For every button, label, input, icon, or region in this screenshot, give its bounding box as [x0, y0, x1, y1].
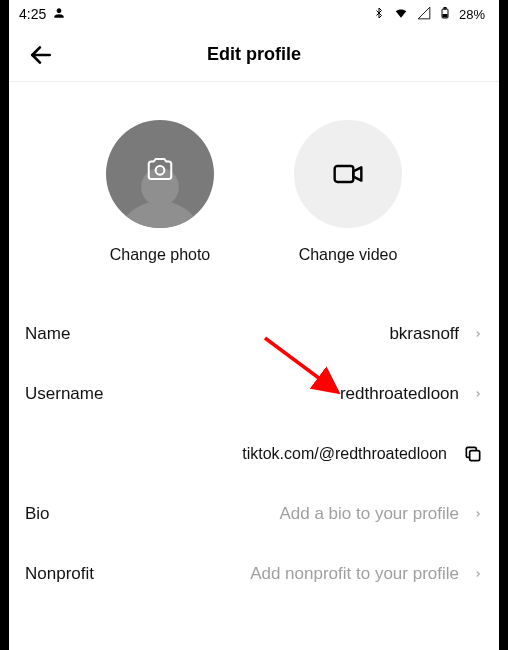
bio-placeholder: Add a bio to your profile: [50, 504, 473, 524]
battery-icon: [439, 5, 451, 24]
chevron-right-icon: [473, 326, 483, 342]
page-header: Edit profile: [9, 28, 499, 82]
profile-video-avatar: [294, 120, 402, 228]
status-bar: 4:25 28%: [9, 0, 499, 28]
username-value: redthroatedloon: [103, 384, 473, 404]
profile-photo-avatar: [106, 120, 214, 228]
username-row[interactable]: Username redthroatedloon: [9, 364, 499, 424]
camera-icon: [143, 154, 177, 184]
name-value: bkrasnoff: [70, 324, 473, 344]
svg-point-4: [156, 166, 165, 175]
bio-label: Bio: [25, 504, 50, 524]
copy-icon: [463, 444, 483, 464]
page-title: Edit profile: [9, 44, 499, 65]
svg-rect-1: [444, 7, 446, 9]
wifi-icon: [393, 6, 409, 23]
svg-rect-6: [470, 451, 480, 461]
change-photo-button[interactable]: Change photo: [106, 120, 214, 264]
chevron-right-icon: [473, 506, 483, 522]
name-row[interactable]: Name bkrasnoff: [9, 304, 499, 364]
back-button[interactable]: [23, 37, 59, 73]
person-icon: [52, 6, 66, 23]
profile-link-row: tiktok.com/@redthroatedloon: [9, 424, 499, 484]
nonprofit-label: Nonprofit: [25, 564, 94, 584]
svg-rect-2: [443, 14, 447, 17]
chevron-right-icon: [473, 566, 483, 582]
signal-icon: [417, 6, 431, 23]
username-label: Username: [25, 384, 103, 404]
change-video-button[interactable]: Change video: [294, 120, 402, 264]
nonprofit-row[interactable]: Nonprofit Add nonprofit to your profile: [9, 544, 499, 604]
arrow-left-icon: [28, 42, 54, 68]
change-video-label: Change video: [299, 246, 398, 264]
change-photo-label: Change photo: [110, 246, 211, 264]
video-camera-icon: [329, 158, 367, 190]
bluetooth-icon: [373, 6, 385, 23]
bio-row[interactable]: Bio Add a bio to your profile: [9, 484, 499, 544]
profile-link-text: tiktok.com/@redthroatedloon: [242, 445, 463, 463]
status-battery-percent: 28%: [459, 7, 485, 22]
nonprofit-placeholder: Add nonprofit to your profile: [94, 564, 473, 584]
status-time: 4:25: [19, 6, 46, 22]
copy-link-button[interactable]: [463, 444, 483, 464]
chevron-right-icon: [473, 386, 483, 402]
svg-rect-5: [335, 166, 354, 182]
name-label: Name: [25, 324, 70, 344]
